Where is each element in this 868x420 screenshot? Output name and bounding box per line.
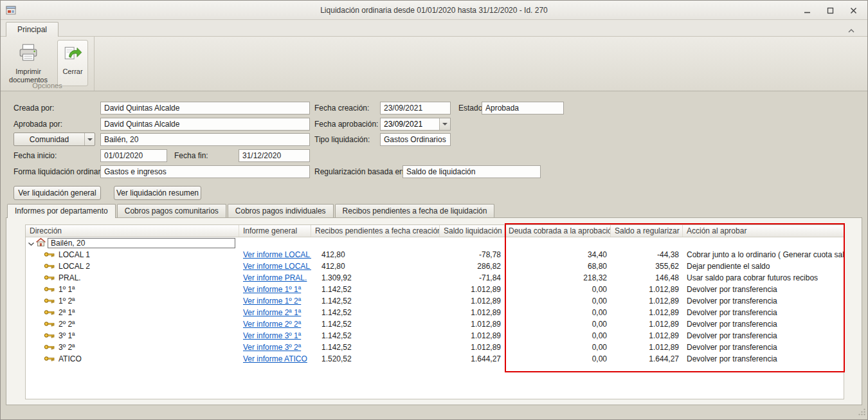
fecha-fin-field[interactable] bbox=[239, 149, 310, 162]
saldo-value: 1.012,89 bbox=[440, 343, 505, 352]
table-row[interactable]: 1º 2ª Ver informe 1º 2ª 1.142,52 1.012,8… bbox=[26, 295, 844, 307]
column-header-accion-al-aprobar[interactable]: Acción al aprobar bbox=[683, 225, 845, 237]
saldo-value: -71,84 bbox=[440, 273, 505, 282]
tab-cobros-pagos-individuales[interactable]: Cobros pagos individuales bbox=[228, 204, 334, 217]
accion-value: Dejar pendiente el saldo bbox=[683, 262, 845, 271]
key-icon bbox=[44, 354, 55, 363]
comunidad-dropdown-icon[interactable] bbox=[84, 133, 95, 145]
estado-field[interactable] bbox=[482, 102, 564, 114]
ribbon-tab-strip: Principal bbox=[1, 20, 867, 36]
column-header-informe-general[interactable]: Informe general bbox=[239, 225, 311, 237]
table-row[interactable]: 2º 2ª Ver informe 2º 2ª 1.142,52 1.012,8… bbox=[26, 318, 844, 330]
creada-por-field[interactable] bbox=[100, 102, 310, 114]
imprimir-documentos-button[interactable]: Imprimir documentos bbox=[7, 40, 50, 86]
comunidad-button-label: Comunidad bbox=[14, 135, 84, 144]
fecha-inicio-field[interactable] bbox=[100, 149, 167, 162]
departments-table: DirecciónInforme generalRecibos pendient… bbox=[25, 224, 844, 399]
column-header-direccion[interactable]: Dirección bbox=[26, 225, 239, 237]
informe-cell: Ver informe 3º 1ª bbox=[239, 331, 311, 340]
aprobada-por-field[interactable] bbox=[100, 118, 310, 131]
table-row[interactable]: 3º 1ª Ver informe 3º 1ª 1.142,52 1.012,8… bbox=[26, 330, 844, 342]
resize-grip-icon[interactable] bbox=[858, 408, 866, 418]
minimize-icon[interactable] bbox=[800, 5, 813, 15]
deuda-value: 0,00 bbox=[505, 354, 611, 363]
recibos-value: 1.142,52 bbox=[311, 308, 440, 317]
regularizar-value: 1.012,89 bbox=[611, 343, 683, 352]
informe-link[interactable]: Ver informe 1º 1ª bbox=[243, 285, 301, 294]
recibos-value: 412,80 bbox=[311, 262, 440, 271]
tab-principal[interactable]: Principal bbox=[6, 22, 59, 37]
forma-liquidacion-field[interactable] bbox=[100, 165, 310, 178]
informe-cell: Ver informe PRAL. bbox=[239, 273, 311, 282]
deuda-value: 34,40 bbox=[505, 250, 611, 259]
column-header-deuda-cobrada-a-la-aprobacion[interactable]: Deuda cobrada a la aprobación bbox=[505, 225, 611, 237]
direccion-cell: PRAL. bbox=[26, 273, 239, 282]
informe-link[interactable]: Ver informe PRAL. bbox=[243, 273, 307, 282]
table-header: DirecciónInforme generalRecibos pendient… bbox=[26, 225, 844, 237]
accion-value: Cobrar junto a lo ordinario ( Generar cu… bbox=[683, 250, 845, 259]
informe-cell: Ver informe 2º 2ª bbox=[239, 320, 311, 329]
informe-cell: Ver informe LOCAL 2 bbox=[239, 262, 311, 271]
table-root-row[interactable]: Bailén, 20 bbox=[26, 237, 844, 249]
regularizar-value: 146,48 bbox=[611, 273, 683, 282]
collapse-ribbon-icon[interactable] bbox=[848, 26, 854, 35]
ribbon-group-opciones: Imprimir documentos Cerrar Opciones bbox=[1, 37, 95, 91]
recibos-value: 1.520,52 bbox=[311, 354, 440, 363]
informes-panel: DirecciónInforme generalRecibos pendient… bbox=[6, 217, 862, 405]
fecha-fin-label: Fecha fin: bbox=[174, 151, 208, 160]
saldo-value: 1.012,89 bbox=[440, 297, 505, 306]
table-row[interactable]: PRAL. Ver informe PRAL. 1.309,92 -71,84 … bbox=[26, 272, 844, 284]
regularizar-value: 1.012,89 bbox=[611, 320, 683, 329]
department-name: ATICO bbox=[59, 354, 82, 363]
regularizacion-field[interactable] bbox=[402, 165, 541, 178]
informe-cell: Ver informe 1º 1ª bbox=[239, 285, 311, 294]
recibos-value: 1.142,52 bbox=[311, 320, 440, 329]
deuda-value: 0,00 bbox=[505, 308, 611, 317]
app-icon[interactable] bbox=[6, 5, 16, 15]
tipo-liquidacion-field[interactable] bbox=[380, 133, 451, 146]
expander-down-icon[interactable] bbox=[28, 239, 34, 248]
maximize-icon[interactable] bbox=[824, 5, 836, 15]
table-row[interactable]: ATICO Ver informe ATICO 1.520,52 1.644,2… bbox=[26, 353, 844, 365]
deuda-value: 0,00 bbox=[505, 343, 611, 352]
table-row[interactable]: 1º 1ª Ver informe 1º 1ª 1.142,52 1.012,8… bbox=[26, 284, 844, 295]
cerrar-label: Cerrar bbox=[62, 68, 82, 76]
fecha-creacion-field[interactable] bbox=[380, 102, 451, 114]
column-header-recibos-pendientes-a-fecha-creacion[interactable]: Recibos pendientes a fecha creación bbox=[311, 225, 440, 237]
recibos-value: 1.309,92 bbox=[311, 273, 440, 282]
ver-liquidacion-resumen-button[interactable]: Ver liquidación resumen bbox=[114, 186, 201, 200]
direccion-cell: 2º 2ª bbox=[26, 320, 239, 329]
fecha-aprobacion-dropdown-icon[interactable] bbox=[439, 118, 450, 130]
table-row[interactable]: LOCAL 1 Ver informe LOCAL 1 412,80 -78,7… bbox=[26, 249, 844, 260]
table-row[interactable]: LOCAL 2 Ver informe LOCAL 2 412,80 286,8… bbox=[26, 260, 844, 272]
table-row[interactable]: 2ª 1ª Ver informe 2ª 1ª 1.142,52 1.012,8… bbox=[26, 307, 844, 318]
informe-link[interactable]: Ver informe 3º 1ª bbox=[243, 331, 301, 340]
informe-link[interactable]: Ver informe LOCAL 1 bbox=[243, 250, 311, 259]
app-window: Liquidación ordinaria desde 01/01/2020 h… bbox=[0, 0, 868, 420]
key-icon bbox=[44, 273, 55, 282]
informe-link[interactable]: Ver informe 3º 2ª bbox=[243, 343, 301, 352]
accion-value: Devolver por transferencia bbox=[683, 308, 845, 317]
deuda-value: 0,00 bbox=[505, 320, 611, 329]
informe-link[interactable]: Ver informe LOCAL 2 bbox=[243, 262, 311, 271]
informe-link[interactable]: Ver informe ATICO bbox=[243, 354, 307, 363]
saldo-value: 1.012,89 bbox=[440, 331, 505, 340]
comunidad-field[interactable] bbox=[100, 133, 310, 146]
informe-link[interactable]: Ver informe 2ª 1ª bbox=[243, 308, 301, 317]
close-icon[interactable] bbox=[847, 5, 860, 15]
column-header-saldo-liquidacion[interactable]: Saldo liquidación bbox=[440, 225, 505, 237]
fecha-inicio-label: Fecha inicio: bbox=[14, 151, 57, 160]
cerrar-button[interactable]: Cerrar bbox=[57, 40, 88, 86]
column-header-saldo-a-regularizar[interactable]: Saldo a regularizar bbox=[611, 225, 683, 237]
fecha-aprobacion-field[interactable] bbox=[381, 118, 439, 130]
tab-informes-por-departamento[interactable]: Informes por departamento bbox=[7, 204, 116, 218]
table-row[interactable]: 3º 2ª Ver informe 3º 2ª 1.142,52 1.012,8… bbox=[26, 342, 844, 353]
ver-liquidacion-general-button[interactable]: Ver liquidación general bbox=[14, 186, 101, 200]
tab-cobros-pagos-comunitarios[interactable]: Cobros pagos comunitarios bbox=[117, 204, 226, 217]
informe-cell: Ver informe ATICO bbox=[239, 354, 311, 363]
informe-link[interactable]: Ver informe 2º 2ª bbox=[243, 320, 301, 329]
root-node-label[interactable]: Bailén, 20 bbox=[48, 238, 235, 248]
comunidad-button[interactable]: Comunidad bbox=[14, 132, 95, 146]
tab-recibos-pendientes-a-fecha-de-liquidacion[interactable]: Recibos pendientes a fecha de liquidació… bbox=[335, 204, 495, 217]
informe-link[interactable]: Ver informe 1º 2ª bbox=[243, 297, 301, 306]
